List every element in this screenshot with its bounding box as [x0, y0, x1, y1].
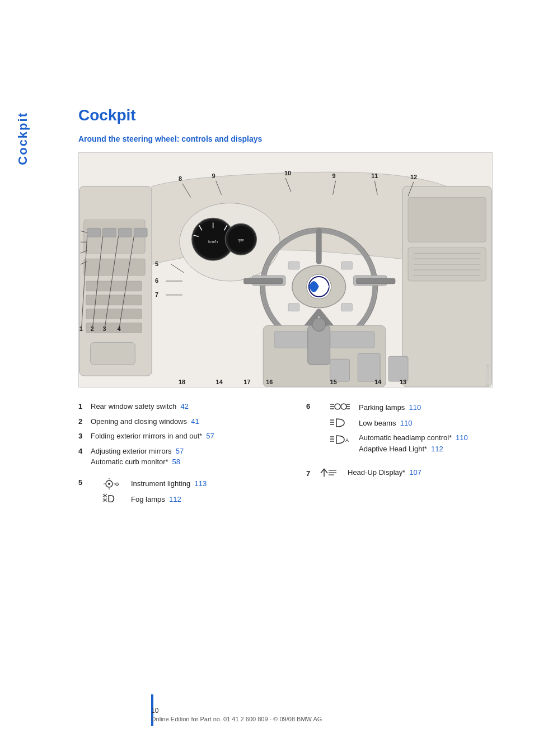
svg-rect-51	[358, 353, 380, 381]
item-5-instrument-link[interactable]: 113	[194, 479, 207, 488]
svg-text:12: 12	[410, 174, 417, 180]
item-7-hud: Head-Up Display* 107	[318, 466, 421, 479]
item-2-link[interactable]: 41	[191, 417, 199, 426]
item-5-instrument: ⚙ Instrument lighting 113	[102, 477, 207, 491]
item-5-fog-link[interactable]: 112	[169, 495, 181, 503]
svg-text:3: 3	[103, 325, 106, 332]
item-6-adaptivehead-label: Adaptive Head Light* 112	[359, 444, 468, 455]
item-1-text: Rear window safety switch 42	[91, 401, 189, 412]
item-7-label: Head-Up Display* 107	[348, 467, 421, 478]
svg-point-106	[335, 404, 340, 409]
svg-text:18: 18	[179, 379, 185, 385]
page-title: Cockpit	[78, 106, 512, 124]
item-7-number: 7	[306, 468, 316, 479]
svg-rect-53	[87, 228, 101, 237]
svg-text:14: 14	[374, 379, 382, 385]
item-6-number: 6	[306, 401, 316, 412]
svg-text:14: 14	[216, 379, 223, 385]
svg-rect-56	[134, 228, 147, 237]
item-4-sub: Automatic curb monitor* 58	[91, 456, 184, 468]
svg-text:10: 10	[284, 170, 291, 176]
svg-text:7: 7	[155, 291, 158, 298]
svg-rect-52	[388, 356, 408, 381]
svg-rect-5	[86, 295, 142, 305]
item-6-adaptivehead-link[interactable]: 112	[431, 445, 443, 453]
side-label: Cockpit	[16, 112, 32, 165]
svg-text:8: 8	[179, 175, 182, 182]
svg-rect-3	[84, 259, 145, 276]
item-5-fog: ⁑D Fog lamps 112	[102, 493, 207, 506]
svg-text:9: 9	[212, 172, 216, 179]
svg-text:16: 16	[266, 379, 273, 385]
instrument-lighting-icon: ⚙	[102, 477, 122, 491]
footer-text: Online Edition for Part no. 01 41 2 600 …	[151, 716, 512, 722]
svg-text:⁑D: ⁑D	[102, 493, 115, 505]
svg-text:RCE-PC4-439: RCE-PC4-439	[485, 365, 489, 387]
svg-text:13: 13	[400, 379, 406, 385]
footer: 10 Online Edition for Part no. 01 41 2 6…	[151, 707, 512, 722]
svg-point-96	[108, 483, 110, 485]
svg-rect-33	[341, 262, 353, 269]
item-6-lowbeam-link[interactable]: 110	[400, 419, 413, 427]
svg-rect-55	[118, 228, 132, 237]
item-7: 7 Head-Up Displ	[306, 466, 512, 482]
item-5-number: 5	[78, 477, 88, 488]
svg-line-119	[324, 469, 327, 473]
item-6-parking-label: Parking lamps 110	[359, 402, 421, 413]
item-4-sub-link[interactable]: 58	[172, 458, 180, 466]
svg-text:11: 11	[371, 172, 378, 179]
item-1: 1 Rear window safety switch 42	[78, 401, 284, 412]
svg-point-49	[312, 318, 326, 332]
svg-text:rpm: rpm	[237, 238, 244, 242]
svg-text:17: 17	[243, 379, 250, 385]
svg-text:km/h: km/h	[208, 239, 218, 244]
item-2-number: 2	[78, 416, 88, 427]
item-4-number: 4	[78, 446, 88, 457]
svg-rect-44	[356, 278, 395, 284]
svg-rect-31	[288, 262, 299, 269]
low-beams-icon	[330, 417, 350, 430]
svg-rect-32	[288, 304, 299, 311]
svg-rect-8	[91, 342, 135, 365]
item-5-instrument-label: Instrument lighting 113	[131, 478, 207, 489]
item-6-lowbeam: Low beams 110	[330, 417, 468, 430]
hud-icon	[318, 466, 339, 479]
item-1-link[interactable]: 42	[180, 402, 188, 410]
item-3: 3 Folding exterior mirrors in and out* 5…	[78, 431, 284, 442]
item-4-link[interactable]: 57	[176, 447, 184, 455]
right-column: 6	[306, 401, 512, 512]
item-7-link[interactable]: 107	[409, 468, 421, 477]
svg-text:4: 4	[117, 325, 121, 332]
item-6: 6	[306, 401, 512, 456]
svg-rect-34	[341, 304, 353, 311]
item-1-number: 1	[78, 401, 88, 412]
cockpit-diagram: km/h rpm	[78, 152, 493, 388]
svg-text:A: A	[345, 437, 349, 443]
item-4: 4 Adjusting exterior mirrors 57 Automati…	[78, 446, 284, 468]
svg-text:⚙: ⚙	[115, 482, 119, 487]
item-6-autoheadlamp: A Automatic headlamp control* 110 Adapti…	[330, 432, 468, 454]
item-6-lowbeam-label: Low beams 110	[359, 418, 412, 429]
svg-point-107	[341, 404, 346, 409]
item-3-link[interactable]: 57	[206, 432, 214, 440]
svg-rect-36	[408, 198, 486, 242]
section-title: Around the steering wheel: controls and …	[78, 134, 512, 143]
svg-text:5: 5	[155, 260, 158, 267]
item-3-number: 3	[78, 431, 88, 442]
svg-text:9: 9	[332, 172, 336, 179]
item-6-parking-link[interactable]: 110	[409, 403, 421, 412]
svg-rect-47	[330, 331, 375, 348]
svg-line-118	[321, 469, 324, 473]
item-4-text: Adjusting exterior mirrors 57	[91, 446, 184, 457]
svg-text:6: 6	[155, 277, 158, 284]
item-5-fog-label: Fog lamps 112	[131, 494, 181, 505]
svg-rect-43	[243, 278, 283, 284]
item-2: 2 Opening and closing windows 41	[78, 416, 284, 427]
item-6-autoheadlamp-label: Automatic headlamp control* 110	[359, 432, 468, 444]
item-5: 5	[78, 477, 284, 508]
item-6-autoheadlamp-link[interactable]: 110	[456, 433, 468, 442]
svg-rect-4	[86, 281, 142, 291]
svg-rect-54	[103, 228, 116, 237]
auto-headlamp-icon: A	[330, 433, 350, 447]
item-2-text: Opening and closing windows 41	[91, 416, 199, 427]
